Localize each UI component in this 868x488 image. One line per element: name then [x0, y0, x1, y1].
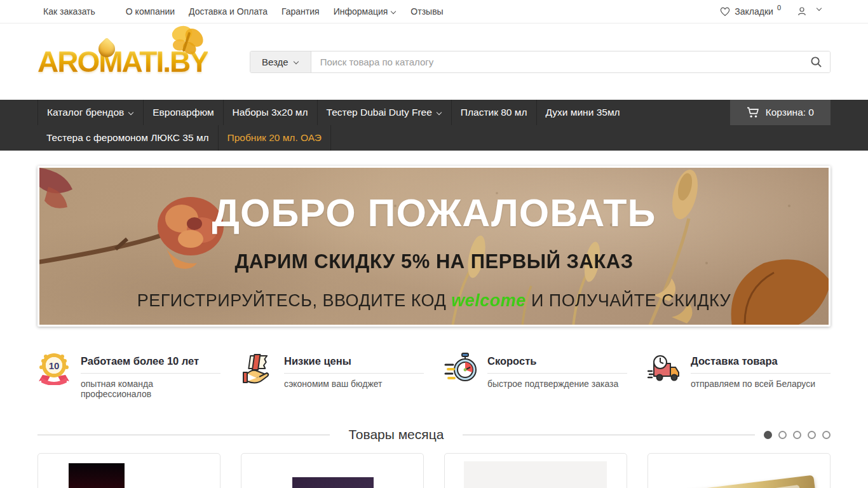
pager-dot-1[interactable]	[764, 431, 772, 439]
feature-speed: Скорость быстрое подтверждение заказа	[444, 352, 627, 399]
products-month-header: Товары месяца	[37, 427, 831, 442]
butterfly-icon	[163, 23, 210, 61]
feature-title: Доставка товара	[691, 355, 831, 374]
product-card[interactable]	[648, 453, 831, 488]
product-card[interactable]: CARNER	[444, 453, 627, 488]
search-scope-select[interactable]: Везде	[250, 51, 311, 72]
product-card[interactable]	[37, 453, 220, 488]
search-bar: Везде	[250, 51, 831, 73]
bookmarks-button[interactable]: Закладки 0	[719, 6, 781, 17]
carousel-pagination	[764, 431, 831, 439]
banner-promo-code: welcome	[451, 291, 526, 310]
chevron-down-icon	[128, 109, 134, 115]
section-title: Товары месяца	[330, 427, 463, 442]
product-card[interactable]	[241, 453, 424, 488]
topbar-link-delivery-payment[interactable]: Доставка и Оплата	[189, 6, 268, 17]
feature-title: Скорость	[487, 355, 627, 374]
feature-experience: 10 Работаем более 10 лет опытная команда…	[37, 352, 220, 399]
nav-item-probe-20-uae[interactable]: Пробник 20 мл. ОАЭ	[219, 125, 331, 151]
main-navigation: Каталог брендов Европарфюм Наборы 3х20 м…	[0, 100, 868, 151]
search-scope-value: Везде	[262, 57, 288, 67]
heart-icon	[719, 6, 731, 17]
stopwatch-icon	[444, 352, 477, 385]
chevron-down-icon	[437, 109, 442, 115]
topbar-link-how-to-order[interactable]: Как заказать	[43, 6, 95, 17]
chevron-down-icon	[294, 58, 299, 64]
feature-subtitle: быстрое подтверждение заказа	[487, 374, 627, 389]
feature-subtitle: отправляем по всей Беларуси	[691, 374, 831, 389]
topbar-link-information-label: Информация	[334, 6, 388, 17]
award-10-icon: 10	[37, 352, 71, 385]
product-image-light-area	[464, 461, 607, 488]
cart-button[interactable]: Корзина: 0	[730, 100, 831, 125]
highlight	[686, 485, 800, 488]
chevron-down-icon	[391, 8, 397, 14]
welcome-banner[interactable]: ДОБРО ПОЖАЛОВАТЬ ДАРИМ СКИДКУ 5% НА ПЕРВ…	[37, 166, 831, 327]
feature-subtitle: опытная команда профессионалов	[81, 374, 220, 399]
product-image-purple-perfume-box	[292, 477, 374, 488]
banner-promo-prefix: РЕГИСТРИРУЙТЕСЬ, ВВОДИТЕ КОД	[137, 291, 452, 310]
nav-item-brand-catalog[interactable]: Каталог брендов	[37, 100, 144, 125]
banner-promo-line: РЕГИСТРИРУЙТЕСЬ, ВВОДИТЕ КОД welcome И П…	[39, 291, 829, 311]
pager-dot-5[interactable]	[822, 431, 831, 439]
nav-item-label: Каталог брендов	[47, 107, 124, 118]
topbar-link-about[interactable]: О компании	[126, 6, 175, 17]
nav-item-label: Тестер Dubai Duty Free	[327, 107, 432, 118]
divider	[37, 435, 330, 435]
pager-dot-4[interactable]	[808, 431, 816, 439]
product-image-gold-perfume	[660, 475, 820, 488]
site-header: AROMATI.BY Везде	[0, 24, 868, 100]
nav-item-mini-35[interactable]: Духи мини 35мл	[537, 100, 629, 125]
nav-item-europarfum[interactable]: Европарфюм	[144, 100, 223, 125]
money-hand-icon	[241, 352, 274, 385]
feature-low-prices: Низкие цены сэкономим ваш бюджет	[241, 352, 424, 399]
chevron-down-icon	[817, 5, 822, 11]
banner-title: ДОБРО ПОЖАЛОВАТЬ	[39, 191, 829, 235]
banner-promo-suffix: И ПОЛУЧАЙТЕ СКИДКУ	[526, 291, 731, 310]
bookmarks-count: 0	[777, 4, 781, 11]
banner-subtitle: ДАРИМ СКИДКУ 5% НА ПЕРВЫЙ ЗАКАЗ	[39, 250, 829, 273]
bookmarks-label: Закладки	[735, 6, 773, 17]
delivery-truck-icon	[648, 352, 681, 385]
product-image-red-perfume-box	[69, 463, 125, 488]
nav-item-sets-3x20[interactable]: Наборы 3х20 мл	[224, 100, 318, 125]
search-button[interactable]	[802, 51, 830, 72]
pager-dot-2[interactable]	[778, 431, 787, 439]
nav-item-pheromone-lux[interactable]: Тестера с феромоном ЛЮКС 35 мл	[37, 125, 219, 151]
cart-label: Корзина: 0	[766, 107, 814, 118]
feature-delivery: Доставка товара отправляем по всей Белар…	[648, 352, 831, 399]
account-menu[interactable]	[796, 6, 822, 17]
cart-icon	[747, 107, 759, 118]
site-logo[interactable]: AROMATI.BY	[37, 44, 228, 79]
topbar-link-guarantee[interactable]: Гарантия	[281, 6, 320, 17]
product-cards-row: CARNER	[37, 453, 831, 488]
feature-title: Работаем более 10 лет	[81, 355, 220, 374]
features-row: 10 Работаем более 10 лет опытная команда…	[37, 352, 831, 399]
svg-text:10: 10	[49, 360, 60, 371]
feature-subtitle: сэкономим ваш бюджет	[284, 374, 424, 389]
feature-title: Низкие цены	[284, 355, 424, 374]
nav-item-tester-dubai[interactable]: Тестер Dubai Duty Free	[318, 100, 452, 125]
search-input[interactable]	[311, 51, 802, 72]
topbar-link-reviews[interactable]: Отзывы	[410, 6, 443, 17]
pager-dot-3[interactable]	[793, 431, 801, 439]
user-icon	[796, 6, 808, 17]
top-utility-bar: Как заказать О компании Доставка и Оплат…	[0, 0, 868, 24]
topbar-link-information[interactable]: Информация	[334, 6, 397, 17]
divider	[463, 435, 755, 435]
search-icon	[810, 56, 822, 68]
nav-item-plastic-80[interactable]: Пластик 80 мл	[452, 100, 537, 125]
